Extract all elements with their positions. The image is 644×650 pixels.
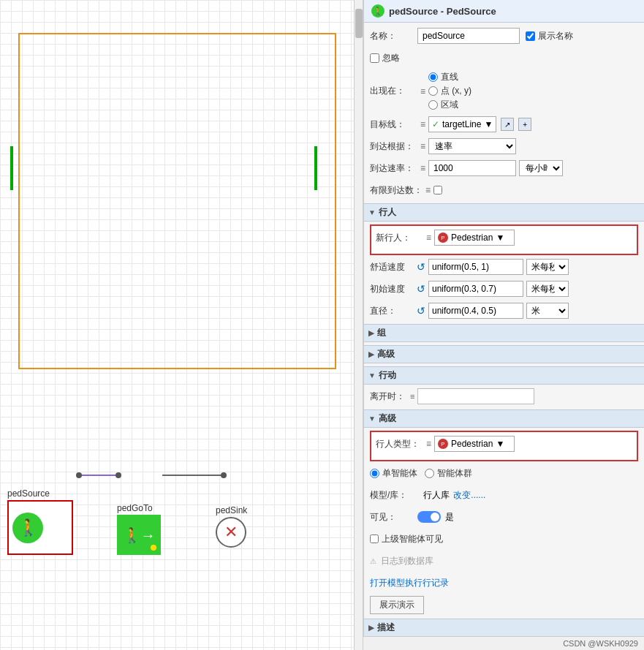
appear-area-label[interactable]: 区域 <box>428 99 471 111</box>
agent-group-radio[interactable] <box>425 469 434 478</box>
arrive-basis-equals: ≡ <box>420 141 425 151</box>
show-name-checkbox-label[interactable]: 展示名称 <box>526 30 573 42</box>
agent-group-label[interactable]: 智能体群 <box>425 467 472 480</box>
scrollbar[interactable] <box>354 0 363 650</box>
area-rect[interactable] <box>18 33 336 369</box>
visible-row: 可见： 是 <box>370 508 638 526</box>
diameter-input[interactable] <box>428 303 523 319</box>
visible-toggle[interactable] <box>417 511 441 523</box>
ignore-checkbox[interactable] <box>370 53 379 63</box>
appear-line-label[interactable]: 直线 <box>428 71 471 83</box>
comfort-speed-row: 舒适速度 ↺ 米每秒 <box>370 258 638 276</box>
visible-label: 可见： <box>370 511 417 524</box>
ped-sink-icon[interactable]: ✕ <box>216 517 246 548</box>
target-row: 目标线： ≡ ✓ targetLine ▼ ↗ + <box>370 116 638 133</box>
log-link-row: 打开模型执行行记录 <box>370 574 638 592</box>
ped-icon-red: P <box>438 233 448 243</box>
ped-source-icon: 🚶 <box>12 513 43 543</box>
section-pedestrian[interactable]: ▼ 行人 <box>364 203 644 222</box>
right-panel: 🚶 pedSource - PedSource 名称： 展示名称 忽略 出现在：… <box>363 0 644 650</box>
single-agent-label[interactable]: 单智能体 <box>370 467 417 480</box>
appear-point-radio[interactable] <box>428 86 438 96</box>
log-warning-icon: ⚠ <box>370 557 376 565</box>
section-group[interactable]: ▶ 组 <box>364 324 644 342</box>
ped-source-box[interactable]: 🚶 <box>7 500 73 555</box>
appear-line-text: 直线 <box>441 71 458 83</box>
arrive-limit-row: 有限到达数： ≡ <box>370 181 638 199</box>
show-name-checkbox[interactable] <box>526 31 535 41</box>
agent-type-row: 单智能体 智能体群 <box>370 464 638 482</box>
target-new-btn[interactable]: + <box>518 118 531 131</box>
diameter-unit-select[interactable]: 米 <box>526 303 569 319</box>
advanced-top-arrow-icon: ▶ <box>368 350 374 358</box>
diameter-refresh-icon[interactable]: ↺ <box>417 305 425 317</box>
bottom-bar-text: CSDN @WSKH0929 <box>563 639 638 648</box>
desc-section-label: 描述 <box>377 621 395 634</box>
model-lib-change-link[interactable]: 改变...... <box>453 490 485 500</box>
ped-type-dropdown-arrow: ▼ <box>496 439 504 449</box>
parent-visible-label[interactable]: 上级智能体可见 <box>370 533 443 545</box>
appear-row: 出现在： ≡ 直线 点 (x, y) 区域 <box>370 71 638 111</box>
ped-goto-label: pedGoTo <box>117 503 161 513</box>
section-desc[interactable]: ▶ 描述 <box>364 619 644 637</box>
ped-type-dropdown[interactable]: P Pedestrian ▼ <box>434 436 515 452</box>
parent-visible-checkbox[interactable] <box>370 534 379 543</box>
arrive-limit-label: 有限到达数： <box>370 184 423 197</box>
initial-speed-label: 初始速度 <box>370 283 414 295</box>
new-ped-equals: ≡ <box>426 233 431 243</box>
initial-speed-refresh-icon[interactable]: ↺ <box>417 283 425 295</box>
arrive-limit-checkbox[interactable] <box>433 186 442 194</box>
new-ped-dropdown[interactable]: P Pedestrian ▼ <box>434 230 515 246</box>
scrollbar-thumb[interactable] <box>355 9 363 38</box>
ped-sink-label: pedSink <box>216 505 247 515</box>
parent-visible-row: 上级智能体可见 <box>370 530 638 548</box>
initial-speed-unit-select[interactable]: 米每秒 <box>526 281 569 297</box>
arrive-basis-row: 到达根据： ≡ 速率 <box>370 137 638 155</box>
model-lib-value: 行人库 改变...... <box>423 489 485 502</box>
appear-radio-group: 直线 点 (x, y) 区域 <box>428 71 471 111</box>
advanced-bottom-arrow-icon: ▼ <box>368 415 376 423</box>
panel-header: 🚶 pedSource - PedSource <box>364 0 644 23</box>
appear-area-text: 区域 <box>441 99 458 111</box>
leave-code-area[interactable] <box>417 388 534 404</box>
visible-value: 是 <box>445 511 454 524</box>
target-link-btn[interactable]: ↗ <box>501 118 514 131</box>
section-advanced-top[interactable]: ▶ 高级 <box>364 345 644 363</box>
canvas-panel: pedSource 🚶 pedGoTo 🚶→ pedSink ✕ <box>0 0 363 650</box>
panel-body: 名称： 展示名称 忽略 出现在： ≡ 直线 <box>364 23 644 644</box>
section-action[interactable]: ▼ 行动 <box>364 366 644 385</box>
arrive-speed-equals: ≡ <box>420 163 425 173</box>
target-select-inner[interactable]: ✓ targetLine ▼ <box>428 116 496 132</box>
name-input[interactable] <box>417 28 520 44</box>
green-bar-left <box>10 146 13 190</box>
initial-speed-input[interactable] <box>428 281 523 297</box>
appear-line-radio[interactable] <box>428 72 438 82</box>
ped-source-label: pedSource <box>7 488 73 499</box>
open-log-link[interactable]: 打开模型执行行记录 <box>370 577 449 589</box>
comfort-speed-unit-select[interactable]: 米每秒 <box>526 259 569 275</box>
comfort-speed-label: 舒适速度 <box>370 261 414 273</box>
arrive-speed-unit-select[interactable]: 每小时 <box>519 160 563 176</box>
leave-label: 离开时： <box>370 390 410 403</box>
show-demo-button[interactable]: 展示演示 <box>370 596 424 614</box>
single-agent-radio[interactable] <box>370 469 379 478</box>
log-label[interactable]: ⚠ 日志到数据库 <box>370 555 433 567</box>
arrive-speed-input[interactable] <box>428 160 516 176</box>
arrive-basis-select[interactable]: 速率 <box>428 138 516 154</box>
model-lib-label: 模型/库： <box>370 489 417 502</box>
section-advanced-bottom[interactable]: ▼ 高级 <box>364 409 644 428</box>
initial-speed-row: 初始速度 ↺ 米每秒 <box>370 280 638 298</box>
group-section-label: 组 <box>377 327 386 339</box>
target-dropdown-arrow: ▼ <box>484 119 493 129</box>
comfort-speed-refresh-icon[interactable]: ↺ <box>417 261 425 273</box>
arrive-limit-equals: ≡ <box>425 185 431 195</box>
comfort-speed-input[interactable] <box>428 259 523 275</box>
ped-goto-box[interactable]: 🚶→ <box>117 515 161 555</box>
log-link[interactable]: 日志到数据库 <box>381 555 433 567</box>
ped-dropdown-arrow: ▼ <box>496 233 504 243</box>
appear-point-label[interactable]: 点 (x, y) <box>428 85 471 97</box>
ignore-checkbox-label[interactable]: 忽略 <box>370 52 400 64</box>
new-ped-row: 新行人： ≡ P Pedestrian ▼ <box>376 229 632 246</box>
appear-area-radio[interactable] <box>428 100 438 110</box>
desc-arrow-icon: ▶ <box>368 624 374 632</box>
